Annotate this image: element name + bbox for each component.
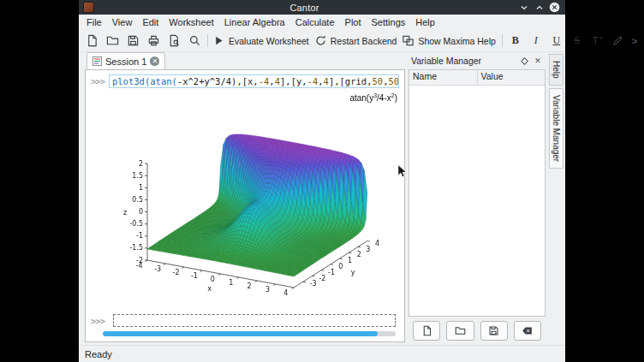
show-maxima-help-button[interactable]: Show Maxima Help	[400, 32, 498, 50]
toolbar: Evaluate Worksheet Restart Backend Show …	[79, 30, 565, 52]
close-icon	[549, 2, 560, 13]
vm-save-button[interactable]	[480, 321, 508, 341]
print-preview-button[interactable]	[164, 32, 184, 50]
evaluate-worksheet-label: Evaluate Worksheet	[229, 36, 311, 46]
menu-edit[interactable]: Edit	[137, 16, 164, 28]
progress-bar[interactable]	[103, 331, 396, 336]
superscript-icon: T+	[590, 34, 605, 47]
prompt: >>>	[91, 316, 104, 326]
italic-button[interactable]: I	[526, 32, 546, 50]
table-header: Name Value	[409, 70, 545, 86]
tab-variable-manager[interactable]: Variable Manager	[549, 88, 564, 169]
tab-close-icon[interactable]: ✕	[150, 56, 159, 66]
code-token: -4	[259, 76, 270, 86]
code-line[interactable]: plot3d(atan(-x^2+y^3/4),[x,-4,4],[y,-4,4…	[109, 74, 399, 88]
progress-fill	[103, 331, 378, 336]
plot-area: atan(y3/4-x2)	[108, 91, 399, 306]
vm-clear-button[interactable]	[514, 321, 541, 341]
new-button[interactable]	[81, 32, 102, 50]
command-entry[interactable]	[113, 314, 396, 327]
text-color-button[interactable]	[608, 32, 629, 50]
run-icon	[212, 34, 225, 47]
save-button[interactable]	[122, 32, 143, 50]
underline-icon: U	[549, 34, 564, 47]
menu-file[interactable]: File	[81, 16, 107, 28]
dock-tab-strip: Help Variable Manager	[547, 52, 564, 345]
pen-icon	[611, 34, 624, 47]
session-icon	[92, 56, 102, 66]
strikethrough-button[interactable]: S	[567, 32, 587, 50]
maxima-help-icon	[402, 34, 414, 47]
restart-backend-label: Restart Backend	[331, 36, 399, 46]
save-icon	[488, 325, 499, 336]
new-document-icon	[86, 34, 98, 47]
save-icon	[127, 34, 140, 47]
bold-button[interactable]: B	[505, 32, 526, 50]
open-button[interactable]	[102, 32, 122, 50]
menu-plot[interactable]: Plot	[340, 16, 367, 28]
superscript-button[interactable]: T+	[587, 32, 608, 50]
worksheet-panel[interactable]: >>> plot3d(atan(-x^2+y^3/4),[x,-4,4],[y,…	[85, 69, 405, 342]
variable-manager-panel: Variable Manager ✕ Name Value	[408, 52, 546, 345]
code-token: atan(	[150, 76, 177, 86]
float-icon[interactable]	[519, 56, 529, 66]
code-token: plot3d(	[112, 76, 150, 86]
app-window: Cantor File View Edit Worksheet Linear A…	[79, 0, 565, 362]
menu-settings[interactable]: Settings	[367, 16, 411, 28]
tab-help[interactable]: Help	[549, 54, 564, 86]
maximize-button[interactable]	[533, 1, 546, 14]
variable-table: Name Value	[408, 69, 546, 317]
zoom-button[interactable]	[184, 32, 205, 50]
title-bar[interactable]: Cantor	[79, 0, 565, 15]
tab-session1[interactable]: Session 1 ✕	[86, 52, 165, 69]
toolbar-overflow-button[interactable]: >	[629, 36, 641, 46]
column-value[interactable]: Value	[478, 70, 546, 85]
surface-plot-canvas[interactable]	[108, 91, 399, 306]
column-name[interactable]: Name	[409, 70, 478, 85]
menu-linear-algebra[interactable]: Linear Algebra	[219, 16, 290, 28]
code-token: -4	[307, 76, 319, 86]
menu-help[interactable]: Help	[410, 16, 440, 28]
tab-label: Session 1	[105, 56, 146, 67]
status-text: Ready	[85, 349, 112, 359]
main-area: Session 1 ✕ >>> plot3d(atan(-x^2+y^3/4),…	[79, 52, 565, 345]
menu-calculate[interactable]: Calculate	[290, 16, 340, 28]
toolbar-separator	[207, 34, 208, 47]
document-preview-icon	[168, 34, 181, 47]
italic-icon: I	[528, 34, 543, 47]
toolbar-separator	[502, 34, 503, 47]
status-bar: Ready	[79, 345, 565, 362]
close-button[interactable]	[548, 1, 561, 14]
restart-backend-button[interactable]: Restart Backend	[313, 32, 401, 50]
chevron-down-icon	[520, 3, 528, 12]
strikethrough-icon: S	[569, 34, 584, 47]
minimize-button[interactable]	[517, 1, 530, 14]
menu-view[interactable]: View	[107, 16, 138, 28]
print-button[interactable]	[143, 32, 164, 50]
folder-icon	[455, 325, 466, 336]
dock-header: Variable Manager ✕	[408, 52, 546, 69]
variable-manager-toolbar	[408, 317, 546, 345]
app-icon	[83, 2, 94, 13]
dock-close-icon[interactable]: ✕	[533, 56, 543, 66]
bold-icon: B	[508, 34, 522, 47]
vm-new-button[interactable]	[413, 321, 440, 341]
worksheet-column: Session 1 ✕ >>> plot3d(atan(-x^2+y^3/4),…	[85, 52, 405, 345]
menu-bar: File View Edit Worksheet Linear Algebra …	[79, 15, 565, 30]
evaluate-worksheet-button[interactable]: Evaluate Worksheet	[211, 32, 313, 50]
variable-table-body[interactable]	[409, 86, 545, 316]
code-token: [x,	[242, 76, 259, 86]
folder-icon	[106, 34, 119, 47]
code-token: 50	[372, 76, 383, 86]
code-token: ],[y,	[280, 76, 307, 86]
chevron-up-icon	[535, 3, 544, 12]
new-document-icon	[421, 325, 432, 336]
window-title: Cantor	[94, 3, 515, 13]
vm-load-button[interactable]	[446, 321, 474, 341]
underline-button[interactable]: U	[546, 32, 567, 50]
tab-bar: Session 1 ✕	[85, 52, 405, 69]
menu-worksheet[interactable]: Worksheet	[164, 16, 218, 28]
new-command-cell: >>>	[91, 314, 396, 327]
show-maxima-help-label: Show Maxima Help	[418, 36, 497, 46]
prompt: >>>	[91, 76, 104, 86]
